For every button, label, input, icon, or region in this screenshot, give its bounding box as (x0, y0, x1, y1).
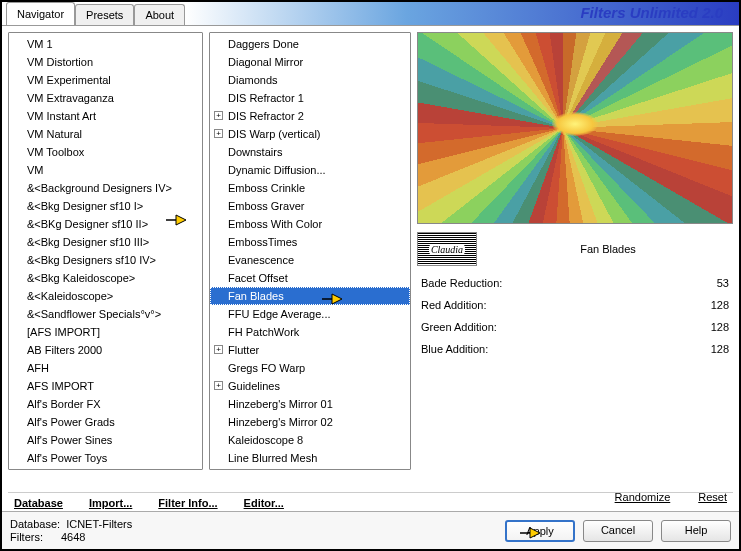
category-item[interactable]: &<Kaleidoscope> (9, 287, 202, 305)
param-label: Green Addition: (421, 321, 497, 333)
param-row[interactable]: Green Addition:128 (417, 320, 733, 342)
filter-name: Fan Blades (483, 243, 733, 255)
filters-label: Filters: (10, 531, 43, 544)
tab-presets[interactable]: Presets (75, 4, 134, 25)
filter-item-label: Downstairs (228, 146, 282, 158)
tab-navigator[interactable]: Navigator (6, 2, 75, 25)
filter-item-label: Flutter (228, 344, 259, 356)
filter-item-label: FFU Edge Average... (228, 308, 331, 320)
filter-item[interactable]: Gregs FO Warp (210, 359, 410, 377)
filter-item[interactable]: Line Blurred Mesh (210, 449, 410, 467)
category-item-label: AFS IMPORT (27, 380, 94, 392)
footer: Database: ICNET-Filters Filters: 4648 Ap… (2, 511, 739, 549)
filter-item[interactable]: Dynamic Diffusion... (210, 161, 410, 179)
filter-item[interactable]: DIS Warp (vertical) (210, 125, 410, 143)
main-content: VM 1VM DistortionVM ExperimentalVM Extra… (2, 26, 739, 511)
category-item[interactable]: &<Bkg Designer sf10 III> (9, 233, 202, 251)
expand-icon[interactable] (214, 129, 223, 138)
filter-item-label: Facet Offset (228, 272, 288, 284)
filter-item[interactable]: Kaleidoscope 8 (210, 431, 410, 449)
filter-item-label: DIS Warp (vertical) (228, 128, 321, 140)
category-item[interactable]: VM Extravaganza (9, 89, 202, 107)
param-row[interactable]: Red Addition:128 (417, 298, 733, 320)
filter-info-link[interactable]: Filter Info... (158, 497, 217, 509)
expand-icon[interactable] (214, 111, 223, 120)
category-item[interactable]: &<Background Designers IV> (9, 179, 202, 197)
category-item[interactable]: &<Sandflower Specials°v°> (9, 305, 202, 323)
annotation-pointer-category (164, 211, 188, 229)
filter-item[interactable]: Facet Offset (210, 269, 410, 287)
category-item[interactable]: AB Filters 2000 (9, 341, 202, 359)
app-title: Filters Unlimited 2.0 (185, 2, 739, 25)
filter-item[interactable]: Fan Blades (210, 287, 410, 305)
toolbar: Database Import... Filter Info... Editor… (8, 492, 733, 511)
filter-item[interactable]: Daggers Done (210, 35, 410, 53)
category-item[interactable]: AFS IMPORT (9, 377, 202, 395)
filter-item-label: Hinzeberg's Mirror 02 (228, 416, 333, 428)
category-item[interactable]: &<Bkg Kaleidoscope> (9, 269, 202, 287)
filter-item[interactable]: Diagonal Mirror (210, 53, 410, 71)
category-item-label: VM (27, 164, 44, 176)
category-item[interactable]: VM 1 (9, 35, 202, 53)
db-value: ICNET-Filters (66, 518, 132, 531)
tab-about[interactable]: About (134, 4, 185, 25)
filter-item[interactable]: FFU Edge Average... (210, 305, 410, 323)
category-item-label: Alf's Border FX (27, 398, 101, 410)
category-list[interactable]: VM 1VM DistortionVM ExperimentalVM Extra… (9, 33, 202, 469)
filter-item[interactable]: Evanescence (210, 251, 410, 269)
filter-item-label: Fan Blades (228, 290, 284, 302)
category-item[interactable]: VM Experimental (9, 71, 202, 89)
category-item[interactable]: Alf's Border FX (9, 395, 202, 413)
category-item[interactable]: AFH (9, 359, 202, 377)
category-item-label: VM Experimental (27, 74, 111, 86)
window-header: NavigatorPresetsAbout Filters Unlimited … (2, 2, 739, 26)
param-value: 128 (711, 299, 729, 311)
category-item[interactable]: VM Instant Art (9, 107, 202, 125)
filter-item[interactable]: Emboss Graver (210, 197, 410, 215)
filter-item[interactable]: Hinzeberg's Mirror 02 (210, 413, 410, 431)
param-row[interactable]: Blue Addition:128 (417, 342, 733, 364)
filter-item[interactable]: Emboss Crinkle (210, 179, 410, 197)
filter-item[interactable]: Flutter (210, 341, 410, 359)
filter-item[interactable]: Downstairs (210, 143, 410, 161)
category-item[interactable]: &<Bkg Designers sf10 IV> (9, 251, 202, 269)
help-button[interactable]: Help (661, 520, 731, 542)
category-item[interactable]: VM (9, 161, 202, 179)
filter-item[interactable]: Diamonds (210, 71, 410, 89)
category-item[interactable]: VM Toolbox (9, 143, 202, 161)
category-item-label: &<Kaleidoscope> (27, 290, 113, 302)
category-item-label: &<Bkg Kaleidoscope> (27, 272, 135, 284)
filter-item[interactable]: Emboss With Color (210, 215, 410, 233)
import-link[interactable]: Import... (89, 497, 132, 509)
category-item-label: VM Distortion (27, 56, 93, 68)
expand-icon[interactable] (214, 381, 223, 390)
db-label: Database: (10, 518, 60, 531)
filter-item[interactable]: Hinzeberg's Mirror 01 (210, 395, 410, 413)
cancel-button[interactable]: Cancel (583, 520, 653, 542)
category-item-label: &<Bkg Designer sf10 III> (27, 236, 149, 248)
param-label: Red Addition: (421, 299, 486, 311)
filter-item-label: Daggers Done (228, 38, 299, 50)
category-item[interactable]: Alf's Power Toys (9, 449, 202, 467)
filter-item-label: Evanescence (228, 254, 294, 266)
filter-item[interactable]: DIS Refractor 1 (210, 89, 410, 107)
category-item[interactable]: VM Distortion (9, 53, 202, 71)
filter-item[interactable]: Guidelines (210, 377, 410, 395)
filter-item-label: Line Blurred Mesh (228, 452, 317, 464)
editor-link[interactable]: Editor... (244, 497, 284, 509)
filter-item[interactable]: FH PatchWork (210, 323, 410, 341)
category-item[interactable]: Alf's Power Sines (9, 431, 202, 449)
param-row[interactable]: Bade Reduction:53 (417, 276, 733, 298)
database-link[interactable]: Database (14, 497, 63, 509)
category-item[interactable]: VM Natural (9, 125, 202, 143)
filter-item[interactable]: DIS Refractor 2 (210, 107, 410, 125)
filter-item[interactable]: Line Panel Stripes (210, 467, 410, 469)
category-item-label: VM Toolbox (27, 146, 84, 158)
category-item[interactable]: [AFS IMPORT] (9, 323, 202, 341)
expand-icon[interactable] (214, 345, 223, 354)
param-label: Bade Reduction: (421, 277, 502, 289)
filter-item[interactable]: EmbossTimes (210, 233, 410, 251)
filter-list[interactable]: Daggers DoneDiagonal MirrorDiamondsDIS R… (210, 33, 410, 469)
category-item[interactable]: Alf's Power Grads (9, 413, 202, 431)
parameter-list: Bade Reduction:53Red Addition:128Green A… (417, 270, 733, 483)
